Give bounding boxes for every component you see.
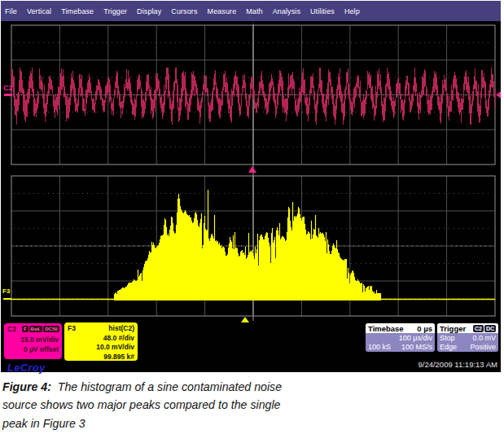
timebase-delay: 0 µs: [417, 324, 432, 333]
trigger-mode: Stop: [440, 334, 455, 342]
f3-function: hist(C2): [108, 324, 134, 332]
timebase-samples: 100 kS: [368, 343, 391, 351]
c2-badge-filter: F: [22, 326, 28, 332]
trigger-level-marker: [496, 91, 501, 99]
timebase-title: Timebase: [368, 324, 404, 333]
caption-line-1: Figure 4: The histogram of a sine contam…: [2, 378, 410, 396]
waveform-display: [1, 1, 501, 372]
trigger-badges: C2 DC: [473, 325, 496, 332]
figure-number: Figure 4:: [2, 380, 51, 393]
caption-line-3: peak in Figure 3: [2, 414, 410, 432]
f3-histogram-trace: [115, 190, 381, 300]
c2-badges: F BwL DC50: [22, 326, 59, 332]
datetime-stamp: 9/24/2009 11:19:13 AM: [418, 360, 497, 369]
timebase-scale: 100 µs/div: [399, 334, 432, 342]
f3-trace-descriptor[interactable]: F3 hist(C2) 48.0 #/div 10.0 mV/div 99.89…: [64, 322, 138, 361]
histogram-center-marker: [241, 317, 249, 322]
c2-volts-per-div: 15.0 mV/div: [7, 336, 59, 344]
caption-line-2: source shows two major peaks compared to…: [2, 396, 410, 414]
c2-channel-descriptor[interactable]: C2 F BwL DC50 15.0 mV/div 0 µV offset: [4, 323, 62, 359]
oscilloscope-screenshot: File Vertical Timebase Trigger Display C…: [1, 1, 501, 372]
f3-trace-label: F3: [2, 287, 10, 295]
trigger-slope: Positive: [470, 343, 496, 351]
c2-badge-bandwidth-limit: BwL: [29, 326, 43, 332]
trigger-time-marker: [248, 166, 256, 173]
f3-population: 99.895 k#: [68, 353, 134, 361]
c2-trace-label: C2: [3, 84, 13, 92]
f3-descriptor-title: F3: [68, 324, 76, 332]
timebase-summary-box[interactable]: Timebase 0 µs 100 µs/div 100 kS 100 MS/s: [366, 323, 435, 352]
f3-horizontal-scale: 10.0 mV/div: [68, 343, 134, 351]
f3-zero-marker: [3, 298, 11, 300]
trigger-level: 0.0 mV: [472, 334, 496, 342]
c2-offset: 0 µV offset: [7, 345, 59, 353]
trigger-source-badge: C2: [473, 325, 484, 332]
lecroy-logo: LeCroy: [7, 362, 46, 374]
figure-caption: Figure 4: The histogram of a sine contam…: [2, 378, 410, 432]
document-page: File Vertical Timebase Trigger Display C…: [0, 0, 504, 443]
trigger-type: Edge: [440, 343, 457, 351]
timebase-sample-rate: 100 MS/s: [401, 343, 432, 351]
f3-vertical-scale: 48.0 #/div: [68, 334, 134, 342]
c2-ground-marker: [4, 94, 12, 96]
trigger-summary-box[interactable]: Trigger C2 DC Stop 0.0 mV Edge Positive: [437, 323, 498, 352]
trigger-title: Trigger: [440, 324, 466, 333]
c2-badge-coupling: DC50: [43, 326, 59, 332]
c2-descriptor-title: C2: [7, 325, 16, 333]
caption-text-1: The histogram of a sine contaminated noi…: [58, 380, 282, 393]
trigger-coupling-badge: DC: [484, 325, 496, 332]
